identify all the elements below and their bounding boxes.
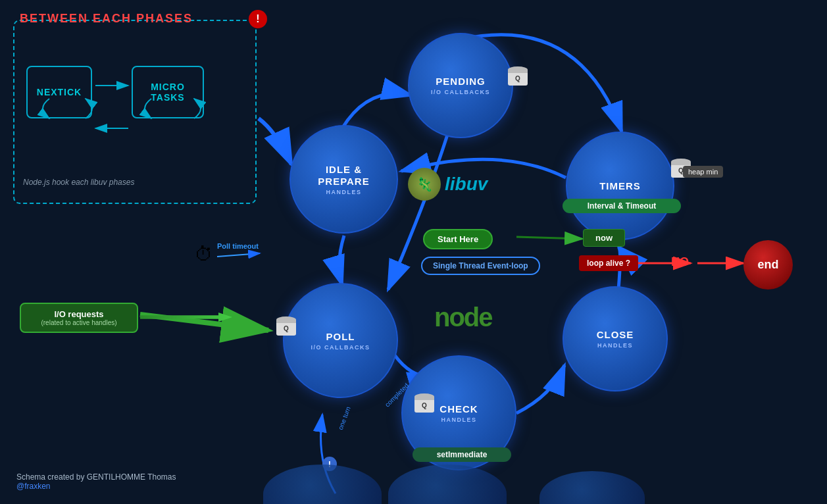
idle-subtitle: HANDLES bbox=[326, 189, 361, 195]
bottom-arc-center bbox=[388, 465, 507, 504]
idle-phase: IDLE & PREPARE HANDLES bbox=[289, 125, 398, 234]
poll-phase: POLL I/O CALLBACKS bbox=[283, 283, 398, 398]
one-turn-label: one turn bbox=[337, 405, 352, 430]
close-subtitle: HANDLES bbox=[597, 342, 633, 349]
queue-check: Q bbox=[414, 398, 434, 413]
queue-poll: Q bbox=[276, 321, 296, 336]
close-title: CLOSE bbox=[597, 329, 634, 341]
io-arrow bbox=[140, 313, 232, 322]
check-subtitle: HANDLES bbox=[441, 416, 476, 423]
libuv-gecko-icon: 🦎 bbox=[408, 168, 441, 201]
check-title: CHECK bbox=[439, 403, 478, 415]
end-circle: end bbox=[743, 240, 793, 290]
io-requests-box: I/O requests (related to active handles) bbox=[20, 303, 138, 333]
schema-credit: Schema created by GENTILHOMME Thomas @fr… bbox=[16, 472, 176, 491]
q-check-label: Q bbox=[422, 402, 427, 409]
between-phases-title: BETWEEN EACH PHASES bbox=[20, 12, 193, 26]
queue-pending: Q bbox=[508, 71, 528, 86]
libuv-text: libuv bbox=[445, 174, 488, 195]
no-label: NO bbox=[671, 255, 689, 269]
poll-subtitle: I/O CALLBACKS bbox=[311, 344, 370, 351]
heap-min-label: heap min bbox=[683, 166, 723, 178]
pending-subtitle: I/O CALLBACKS bbox=[431, 89, 490, 95]
nextick-label: NEXTICK bbox=[37, 87, 82, 97]
nodejs-logo: node bbox=[434, 303, 492, 332]
microtasks-box: MICRO TASKS bbox=[132, 66, 204, 118]
schema-credit-text: Schema created by GENTILHOMME Thomas bbox=[16, 472, 176, 482]
idle-title1: IDLE & bbox=[326, 164, 362, 176]
loop-alive-box: loop alive ? bbox=[579, 255, 638, 271]
now-box: now bbox=[583, 229, 625, 247]
libuv-area: 🦎 libuv bbox=[408, 168, 488, 201]
q-pending-label: Q bbox=[515, 75, 520, 82]
fraxken-handle: @fraxken bbox=[16, 482, 176, 491]
idle-title2: PREPARE bbox=[318, 176, 369, 188]
nextick-box: NEXTICK bbox=[26, 66, 92, 118]
microtasks-label: MICRO TASKS bbox=[151, 82, 185, 103]
close-phase: CLOSE HANDLES bbox=[563, 286, 668, 391]
q-poll-label: Q bbox=[284, 325, 289, 332]
hook-label: Node.js hook each libuv phases bbox=[23, 178, 134, 187]
timers-phase: TIMERS bbox=[566, 132, 674, 240]
interval-timeout-label: Interval & Timeout bbox=[563, 199, 681, 213]
pending-title: PENDING bbox=[436, 76, 485, 88]
event-loop-label: Single Thread Event-loop bbox=[421, 257, 540, 275]
bottom-arc-right bbox=[539, 471, 645, 504]
poll-timeout-label: Poll timeout bbox=[217, 242, 259, 250]
clock-icon: ⏱ bbox=[195, 243, 213, 265]
io-requests-subtitle: (related to active handles) bbox=[30, 319, 128, 326]
setimmediate-label: setImmediate bbox=[413, 447, 511, 462]
bottom-arc-left bbox=[263, 465, 382, 504]
poll-title: POLL bbox=[326, 331, 355, 343]
timers-title: TIMERS bbox=[599, 180, 641, 192]
start-here-button[interactable]: Start Here bbox=[423, 229, 493, 249]
between-phases-exclaim: ! bbox=[249, 10, 267, 28]
pending-phase: PENDING I/O CALLBACKS bbox=[408, 33, 513, 138]
io-requests-title: I/O requests bbox=[30, 309, 128, 319]
